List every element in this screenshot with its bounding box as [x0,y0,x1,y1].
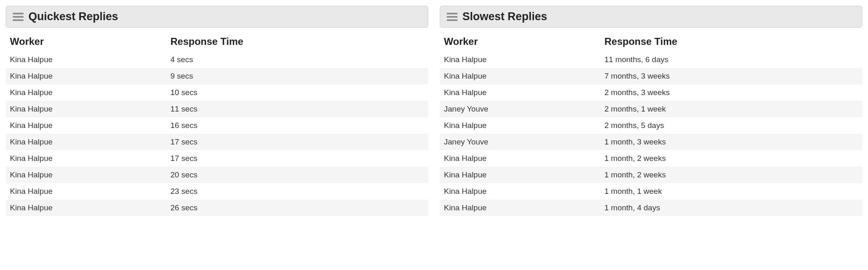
time-cell: 20 secs [167,167,429,183]
column-header-time: Response Time [601,33,863,51]
worker-cell: Kina Halpue [6,51,167,68]
worker-cell: Kina Halpue [440,200,601,216]
time-cell: 9 secs [167,68,429,84]
worker-cell: Kina Halpue [440,167,601,183]
table-row: Kina Halpue1 month, 1 week [440,183,862,200]
table-row: Kina Halpue16 secs [6,117,428,134]
time-cell: 11 months, 6 days [601,51,863,68]
time-cell: 2 months, 3 weeks [601,84,863,101]
table-row: Kina Halpue2 months, 5 days [440,117,862,134]
time-cell: 1 month, 2 weeks [601,150,863,167]
worker-cell: Kina Halpue [6,150,167,167]
worker-cell: Kina Halpue [6,167,167,183]
slowest-table: Worker Response Time Kina Halpue11 month… [440,33,862,216]
worker-cell: Kina Halpue [6,84,167,101]
time-cell: 4 secs [167,51,429,68]
quickest-panel-header: Quickest Replies [6,6,428,28]
worker-cell: Kina Halpue [6,134,167,150]
column-header-worker: Worker [6,33,167,51]
worker-cell: Kina Halpue [440,150,601,167]
time-cell: 1 month, 4 days [601,200,863,216]
column-header-worker: Worker [440,33,601,51]
table-row: Kina Halpue11 months, 6 days [440,51,862,68]
time-cell: 17 secs [167,134,429,150]
worker-cell: Kina Halpue [440,68,601,84]
table-row: Kina Halpue1 month, 2 weeks [440,150,862,167]
table-row: Janey Youve1 month, 3 weeks [440,134,862,150]
time-cell: 7 months, 3 weeks [601,68,863,84]
slowest-panel-header: Slowest Replies [440,6,862,28]
table-row: Kina Halpue17 secs [6,134,428,150]
time-cell: 23 secs [167,183,429,200]
menu-icon[interactable] [13,12,23,21]
table-row: Kina Halpue7 months, 3 weeks [440,68,862,84]
worker-cell: Kina Halpue [440,51,601,68]
menu-icon[interactable] [447,12,457,21]
time-cell: 1 month, 3 weeks [601,134,863,150]
time-cell: 1 month, 1 week [601,183,863,200]
table-row: Kina Halpue10 secs [6,84,428,101]
table-row: Kina Halpue4 secs [6,51,428,68]
worker-cell: Kina Halpue [6,117,167,134]
worker-cell: Kina Halpue [440,84,601,101]
table-row: Kina Halpue26 secs [6,200,428,216]
table-row: Kina Halpue9 secs [6,68,428,84]
time-cell: 2 months, 1 week [601,101,863,117]
time-cell: 2 months, 5 days [601,117,863,134]
table-row: Kina Halpue17 secs [6,150,428,167]
table-row: Kina Halpue1 month, 4 days [440,200,862,216]
table-row: Kina Halpue11 secs [6,101,428,117]
table-row: Kina Halpue23 secs [6,183,428,200]
time-cell: 11 secs [167,101,429,117]
worker-cell: Janey Youve [440,134,601,150]
table-row: Kina Halpue2 months, 3 weeks [440,84,862,101]
slowest-replies-panel: Slowest Replies Worker Response Time Kin… [440,6,862,216]
table-row: Kina Halpue20 secs [6,167,428,183]
worker-cell: Kina Halpue [6,101,167,117]
quickest-table: Worker Response Time Kina Halpue4 secs K… [6,33,428,216]
time-cell: 26 secs [167,200,429,216]
table-row: Janey Youve2 months, 1 week [440,101,862,117]
worker-cell: Kina Halpue [6,183,167,200]
time-cell: 16 secs [167,117,429,134]
time-cell: 17 secs [167,150,429,167]
slowest-panel-title: Slowest Replies [462,10,547,23]
worker-cell: Kina Halpue [440,117,601,134]
column-header-time: Response Time [167,33,429,51]
table-row: Kina Halpue1 month, 2 weeks [440,167,862,183]
worker-cell: Kina Halpue [440,183,601,200]
time-cell: 1 month, 2 weeks [601,167,863,183]
worker-cell: Kina Halpue [6,200,167,216]
quickest-panel-title: Quickest Replies [28,10,118,23]
worker-cell: Janey Youve [440,101,601,117]
worker-cell: Kina Halpue [6,68,167,84]
quickest-replies-panel: Quickest Replies Worker Response Time Ki… [6,6,428,216]
time-cell: 10 secs [167,84,429,101]
